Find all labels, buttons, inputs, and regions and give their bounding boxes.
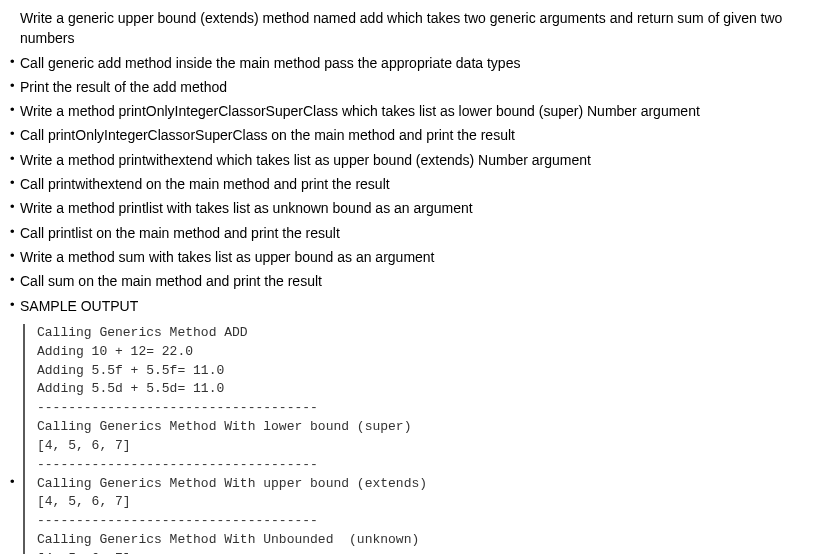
bullet-item: • Call printOnlyIntegerClassorSuperClass… — [10, 125, 829, 145]
output-line: [4, 5, 6, 7] — [37, 493, 829, 512]
bullet-item: • Print the result of the add method — [10, 77, 829, 97]
output-line: [4, 5, 6, 7] — [37, 550, 829, 554]
bullet-dot-icon: • — [10, 198, 20, 217]
bullet-dot-icon: • — [10, 150, 20, 169]
bullet-dot-icon: • — [10, 53, 20, 72]
bullet-dot-icon: • — [10, 223, 20, 242]
bullet-item: • Call printlist on the main method and … — [10, 223, 829, 243]
bullet-text: Write a method printOnlyIntegerClassorSu… — [20, 101, 829, 121]
instruction-first-line: Write a generic upper bound (extends) me… — [20, 8, 829, 49]
bullet-text: Write a method printlist with takes list… — [20, 198, 829, 218]
bullet-text: Call printOnlyIntegerClassorSuperClass o… — [20, 125, 829, 145]
bullet-dot-icon: • — [10, 125, 20, 144]
bullet-dot-icon: • — [10, 473, 20, 492]
bullet-text: Call printwithextend on the main method … — [20, 174, 829, 194]
bullet-item: • SAMPLE OUTPUT — [10, 296, 829, 316]
bullet-dot-icon: • — [10, 247, 20, 266]
bullet-item: • Call sum on the main method and print … — [10, 271, 829, 291]
output-line: Calling Generics Method With Unbounded (… — [37, 531, 829, 550]
bullet-text: Call printlist on the main method and pr… — [20, 223, 829, 243]
output-line: ------------------------------------ — [37, 456, 829, 475]
output-line: Adding 5.5f + 5.5f= 11.0 — [37, 362, 829, 381]
bullet-dot-icon: • — [10, 296, 20, 315]
bullet-dot-icon: • — [10, 101, 20, 120]
bullet-dot-icon: • — [10, 271, 20, 290]
sample-output-block: Calling Generics Method ADD Adding 10 + … — [23, 324, 829, 554]
bullet-item: • Call printwithextend on the main metho… — [10, 174, 829, 194]
bullet-text: SAMPLE OUTPUT — [20, 296, 829, 316]
output-line: Calling Generics Method With upper bound… — [37, 475, 829, 494]
instruction-bullet-list: • Call generic add method inside the mai… — [10, 53, 829, 316]
output-line: Calling Generics Method With lower bound… — [37, 418, 829, 437]
bullet-item: • Write a method sum with takes list as … — [10, 247, 829, 267]
bullet-dot-icon: • — [10, 174, 20, 193]
bullet-text: Write a method sum with takes list as up… — [20, 247, 829, 267]
output-line: Adding 5.5d + 5.5d= 11.0 — [37, 380, 829, 399]
bullet-text: Write a method printwithextend which tak… — [20, 150, 829, 170]
bullet-text: Call generic add method inside the main … — [20, 53, 829, 73]
bullet-item: • Call generic add method inside the mai… — [10, 53, 829, 73]
bullet-item: • Write a method printlist with takes li… — [10, 198, 829, 218]
output-line: [4, 5, 6, 7] — [37, 437, 829, 456]
bullet-dot-icon: • — [10, 77, 20, 96]
bullet-text: Print the result of the add method — [20, 77, 829, 97]
bullet-item: • Write a method printOnlyIntegerClassor… — [10, 101, 829, 121]
output-line: Adding 10 + 12= 22.0 — [37, 343, 829, 362]
bullet-item: • Write a method printwithextend which t… — [10, 150, 829, 170]
bullet-text: Call sum on the main method and print th… — [20, 271, 829, 291]
output-line: ------------------------------------ — [37, 399, 829, 418]
output-line: Calling Generics Method ADD — [37, 324, 829, 343]
output-line: ------------------------------------ — [37, 512, 829, 531]
